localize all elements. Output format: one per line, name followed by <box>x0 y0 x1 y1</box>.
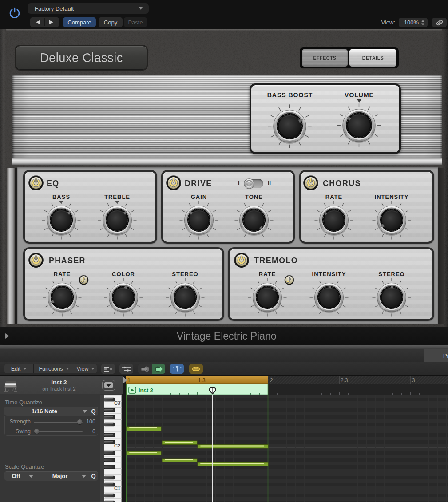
svg-text:1.3: 1.3 <box>198 377 206 383</box>
svg-text:3: 3 <box>412 377 415 383</box>
svg-text:C2: C2 <box>114 443 120 448</box>
svg-text:C3: C3 <box>114 400 120 406</box>
svg-text:C1: C1 <box>114 486 120 491</box>
svg-text:2: 2 <box>270 377 273 383</box>
svg-text:1: 1 <box>127 377 131 383</box>
svg-text:Inst 2: Inst 2 <box>139 387 153 394</box>
svg-text:2.3: 2.3 <box>341 377 348 383</box>
